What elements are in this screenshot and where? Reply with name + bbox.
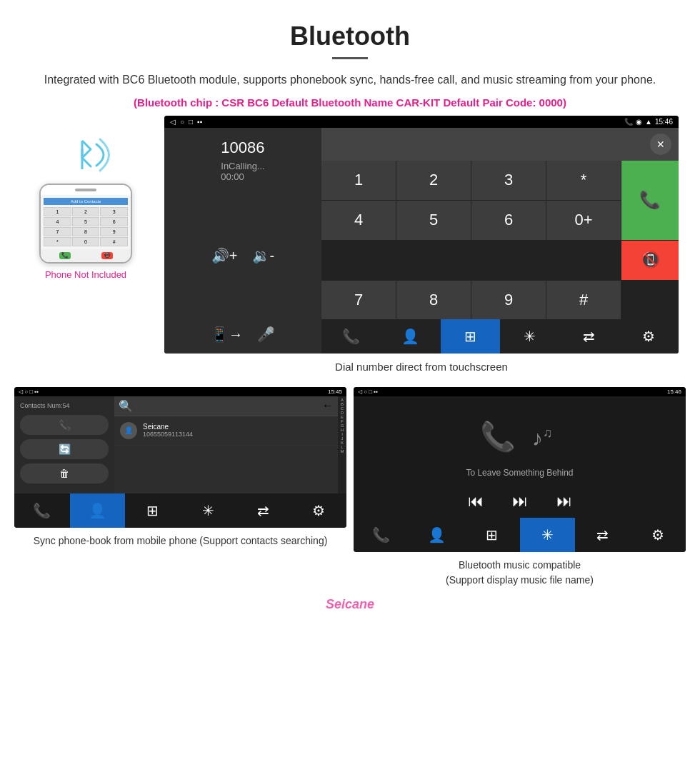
contacts-count: Contacts Num:54: [20, 402, 109, 409]
music-nav-phone[interactable]: 📞: [354, 518, 409, 552]
contact-name: Seicane: [143, 423, 193, 431]
music-note-svg: ♪ ♫: [532, 423, 561, 451]
dial-left-panel: 10086 InCalling... 00:00 🔊+ 🔉- 📱→ 🎤: [164, 128, 321, 354]
key-4[interactable]: 4: [321, 201, 396, 240]
music-bottom-nav: 📞 👤 ⊞ ✳ ⇄ ⚙: [354, 518, 686, 552]
bluetooth-signal-icon: [57, 130, 114, 180]
contact-avatar: 👤: [120, 422, 137, 439]
music-nav-contacts[interactable]: 👤: [409, 518, 465, 552]
music-nav-transfer[interactable]: ⇄: [575, 518, 631, 552]
contacts-left-panel: Contacts Num:54 📞 🔄 🗑: [14, 396, 114, 493]
transfer-icon[interactable]: 📱→: [211, 326, 243, 343]
header-specs: (Bluetooth chip : CSR BC6 Default Blueto…: [43, 96, 657, 109]
svg-text:♪: ♪: [532, 426, 543, 450]
key-8[interactable]: 8: [396, 281, 471, 319]
vol-down-icon[interactable]: 🔉-: [252, 247, 275, 264]
play-pause-btn[interactable]: ⏭: [512, 492, 528, 511]
key-3[interactable]: 3: [471, 161, 546, 200]
music-nav-settings[interactable]: ⚙: [631, 518, 686, 552]
contacts-nav-keypad[interactable]: ⊞: [125, 493, 181, 528]
key-2[interactable]: 2: [396, 161, 471, 200]
contacts-nav-settings[interactable]: ⚙: [291, 493, 347, 528]
location-icon: ◉: [636, 118, 642, 126]
nav-keypad[interactable]: ⊞: [441, 319, 500, 354]
calling-status: InCalling...: [221, 161, 264, 171]
vol-up-icon[interactable]: 🔊+: [211, 247, 238, 264]
nav-settings[interactable]: ⚙: [619, 319, 679, 354]
phone-end-btn: 📵: [101, 252, 113, 259]
nav-bluetooth[interactable]: ✳: [500, 319, 559, 354]
mic-icon[interactable]: 🎤: [257, 326, 275, 343]
dial-screen-wrapper: ◁ ○ □ ▪▪ 📞 ◉ ▲ 15:46 10086: [157, 116, 686, 387]
music-content: 📞 ♪ ♫ To Leave Something Behind ⏮ ⏭ ⏭: [354, 396, 686, 518]
contacts-screen: ◁ ○ □ ▪▪ 15:45 Contacts Num:54 📞 🔄 🗑 🔍: [14, 387, 346, 528]
contacts-nav-transfer[interactable]: ⇄: [236, 493, 291, 528]
main-dial-screen: ◁ ○ □ ▪▪ 📞 ◉ ▲ 15:46 10086: [164, 116, 679, 354]
add-contacts-bar: Add to Contacts: [44, 198, 128, 205]
status-bar: ◁ ○ □ ▪▪ 📞 ◉ ▲ 15:46: [164, 116, 679, 128]
home-icon: ○: [180, 118, 184, 126]
music-nav-keypad[interactable]: ⊞: [464, 518, 520, 552]
contacts-delete-btn[interactable]: 🗑: [20, 463, 109, 483]
header-description: Integrated with BC6 Bluetooth module, su…: [43, 71, 657, 89]
contacts-search-icon: 🔍: [119, 399, 133, 413]
phone-mockup: Add to Contacts 1 2 3 4 5 6 7 8 9 * 0 #: [39, 184, 132, 264]
nav-phone[interactable]: 📞: [321, 319, 381, 354]
music-status-right: 15:46: [667, 388, 681, 395]
prev-track-btn[interactable]: ⏮: [468, 492, 484, 511]
music-screen: ◁ ○ □ ▪▪ 15:46 📞 ♪ ♫ To Leave Something …: [354, 387, 686, 552]
nav-contacts[interactable]: 👤: [381, 319, 440, 354]
phone-screen: Add to Contacts 1 2 3 4 5 6 7 8 9 * 0 #: [41, 195, 131, 249]
nav-transfer[interactable]: ⇄: [559, 319, 619, 354]
key-6[interactable]: 6: [471, 201, 546, 240]
contacts-backspace-icon[interactable]: ←: [322, 399, 334, 412]
bottom-nav-bar: 📞 👤 ⊞ ✳ ⇄ ⚙: [321, 319, 679, 354]
call-end-btn[interactable]: 📵: [621, 241, 679, 280]
phone-bottom-bar: 📞 📵: [41, 249, 131, 262]
phone-speaker: [75, 189, 96, 191]
music-phone-svg: 📞: [479, 418, 521, 457]
svg-text:♫: ♫: [543, 426, 553, 440]
key-9[interactable]: 9: [471, 281, 546, 319]
contacts-call-btn[interactable]: 📞: [20, 415, 109, 435]
music-status-bar: ◁ ○ □ ▪▪ 15:46: [354, 387, 686, 396]
key-5[interactable]: 5: [396, 201, 471, 240]
dial-number: 10086: [221, 139, 264, 157]
back-icon: ◁: [170, 118, 176, 126]
key-hash[interactable]: #: [546, 281, 621, 319]
music-nav-bluetooth[interactable]: ✳: [520, 518, 576, 552]
contacts-nav-bluetooth[interactable]: ✳: [181, 493, 236, 528]
key-star[interactable]: *: [546, 161, 621, 200]
dial-content: 10086 InCalling... 00:00 🔊+ 🔉- 📱→ 🎤: [164, 128, 679, 354]
key-0plus[interactable]: 0+: [546, 201, 621, 240]
contacts-nav-phone[interactable]: 📞: [14, 493, 70, 528]
keypad-grid: 1 2 3 * 📞 4 5 6 0+ 📵 7 8 9 #: [321, 161, 679, 319]
dial-vol-controls: 🔊+ 🔉-: [211, 247, 274, 264]
contacts-nav-contacts[interactable]: 👤: [70, 493, 126, 528]
next-track-btn[interactable]: ⏭: [556, 492, 572, 511]
contacts-screen-container: ◁ ○ □ ▪▪ 15:45 Contacts Num:54 📞 🔄 🗑 🔍: [14, 387, 346, 593]
contacts-sync-btn[interactable]: 🔄: [20, 439, 109, 459]
call-accept-btn[interactable]: 📞: [621, 161, 679, 240]
backspace-btn[interactable]: ✕: [650, 134, 671, 155]
music-song-title: To Leave Something Behind: [466, 468, 573, 478]
contacts-status-bar: ◁ ○ □ ▪▪ 15:45: [14, 387, 346, 396]
phone-call-btn: 📞: [59, 252, 71, 259]
contacts-status-left: ◁ ○ □ ▪▪: [19, 388, 39, 395]
music-icons: 📞 ♪ ♫: [479, 418, 561, 457]
clock: 15:46: [655, 118, 673, 126]
key-1[interactable]: 1: [321, 161, 396, 200]
contacts-caption: Sync phone-book from mobile phone (Suppo…: [14, 528, 346, 554]
dial-caption: Dial number direct from touchscreen: [164, 354, 679, 387]
contact-list-item[interactable]: 👤 Seicane 10655059113144: [114, 416, 338, 446]
contacts-status-right: 15:45: [328, 388, 342, 395]
contacts-content: Contacts Num:54 📞 🔄 🗑 🔍 ← 👤: [14, 396, 346, 493]
music-caption: Bluetooth music compatible(Support displ…: [354, 552, 686, 593]
page-title: Bluetooth: [43, 21, 657, 51]
page-header: Bluetooth Integrated with BC6 Bluetooth …: [0, 0, 700, 116]
contacts-right-panel: 🔍 ← 👤 Seicane 10655059113144: [114, 396, 338, 493]
dial-right-panel: ✕ 1 2 3 * 📞 4 5 6 0+ 📵 7 8: [321, 128, 679, 354]
dial-input-row: ✕: [321, 128, 679, 161]
contacts-bottom-nav: 📞 👤 ⊞ ✳ ⇄ ⚙: [14, 493, 346, 528]
key-7[interactable]: 7: [321, 281, 396, 319]
